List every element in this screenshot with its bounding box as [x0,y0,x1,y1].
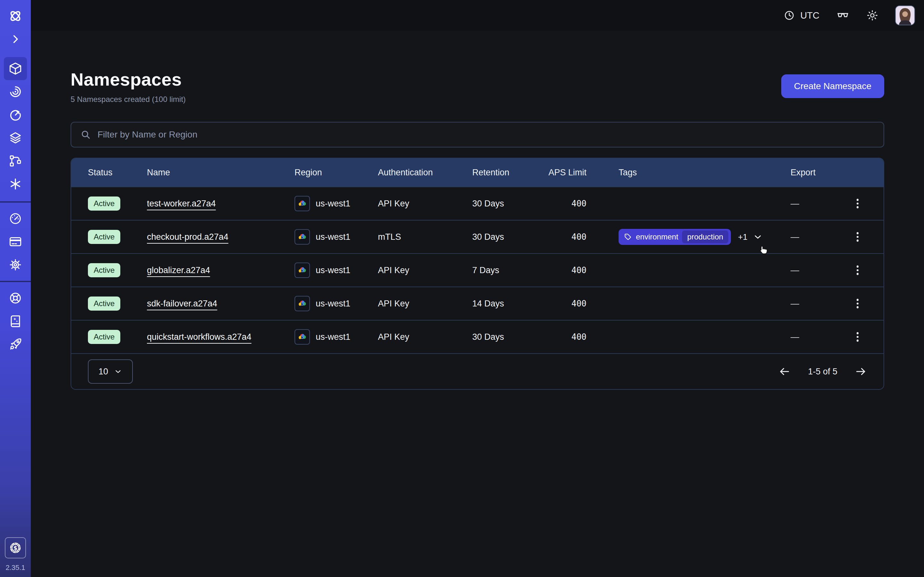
table-footer: 10 1-5 of 5 [71,353,884,389]
region-cell: us-west1 [294,196,378,211]
row-menu-button[interactable] [851,263,864,277]
sidebar-item-getting-started[interactable] [4,333,27,356]
authentication-cell: API Key [378,199,472,209]
sidebar-item-settings[interactable] [4,253,27,276]
glasses-icon [836,9,850,22]
column-header-name: Name [147,168,294,177]
sidebar-item-timers[interactable] [4,103,27,126]
sidebar-item-schedules[interactable] [4,149,27,172]
sidebar-item-workflows[interactable] [4,80,27,103]
retention-cell: 7 Days [472,266,547,276]
user-avatar[interactable] [895,5,915,25]
status-badge: Active [88,330,120,344]
region-cell: us-west1 [294,296,378,311]
tag-value: production [682,230,728,243]
gcp-cloud-icon [294,329,310,345]
column-header-authentication: Authentication [378,168,472,177]
filter-bar [71,122,884,147]
sidebar-divider [0,281,31,282]
tag-icon [624,233,632,241]
page-size-value: 10 [99,367,108,377]
tag-more-count: +1 [738,232,748,242]
theme-toggle-button[interactable] [866,9,879,21]
tag-key: environment [636,232,678,242]
sidebar-divider [0,201,31,203]
region-label: us-west1 [316,299,351,309]
search-icon [80,129,91,140]
sidebar-item-support[interactable] [4,287,27,309]
tags-expand-chevron-icon[interactable] [753,232,763,242]
sidebar-item-deployments[interactable] [4,126,27,149]
region-label: us-west1 [316,332,351,342]
timezone-label: UTC [800,10,819,21]
namespace-link[interactable]: quickstart-workflows.a27a4 [147,332,252,342]
retention-cell: 30 Days [472,232,547,242]
gcp-cloud-icon [294,263,310,278]
timezone-button[interactable]: UTC [783,10,819,21]
credits-icon: $ [8,541,23,555]
region-label: us-west1 [316,199,351,209]
gauge-icon [8,211,23,226]
column-header-export: Export [790,168,832,177]
retention-cell: 14 Days [472,299,547,309]
table-body: Active test-worker.a27a4 us-west1 [71,187,884,353]
namespace-link[interactable]: globalizer.a27a4 [147,266,210,275]
export-cell: — [790,199,832,209]
previous-page-button[interactable] [779,366,790,378]
filter-input[interactable] [97,129,875,140]
sidebar: $ 2.35.1 [0,0,31,577]
row-menu-button[interactable] [851,330,864,344]
row-menu-button[interactable] [851,229,864,244]
sidebar-item-namespaces[interactable] [4,57,27,80]
authentication-cell: API Key [378,266,472,276]
export-cell: — [790,266,832,276]
credit-card-icon [8,235,23,249]
table-row: Active quickstart-workflows.a27a4 us-wes… [71,320,884,353]
region-label: us-west1 [316,266,351,276]
pagination-range: 1-5 of 5 [808,367,837,377]
cube-icon [8,61,23,76]
sun-icon [866,9,879,21]
main-content: Namespaces 5 Namespaces created (100 lim… [31,31,924,577]
export-cell: — [790,232,832,242]
table-row: Active test-worker.a27a4 us-west1 [71,187,884,220]
tag-pill[interactable]: environment production [619,229,731,245]
aps-limit-cell: 400 [572,299,586,308]
row-menu-button[interactable] [851,196,864,211]
namespace-link[interactable]: test-worker.a27a4 [147,199,216,208]
timer-icon [8,108,23,122]
status-badge: Active [88,230,120,244]
branch-icon [8,154,23,168]
sidebar-item-docs[interactable] [4,309,27,333]
asterisk-icon [8,177,23,191]
page-size-select[interactable]: 10 [88,359,133,384]
page-subtitle: 5 Namespaces created (100 limit) [71,95,186,104]
aps-limit-cell: 400 [572,266,586,275]
namespaces-table: StatusNameRegionAuthenticationRetentionA… [71,158,884,390]
sidebar-item-billing[interactable] [4,230,27,253]
sidebar-expand-button[interactable] [4,27,27,51]
reader-mode-button[interactable] [836,9,850,22]
aps-limit-cell: 400 [572,332,586,342]
page-title: Namespaces [71,68,186,91]
aps-limit-cell: 400 [572,232,586,242]
region-cell: us-west1 [294,263,378,278]
namespace-link[interactable]: sdk-failover.a27a4 [147,299,217,308]
row-menu-button[interactable] [851,296,864,311]
aps-limit-cell: 400 [572,199,586,208]
gcp-cloud-icon [294,296,310,311]
gear-icon [8,258,23,272]
create-namespace-button[interactable]: Create Namespace [781,74,884,98]
sidebar-item-nexus[interactable] [4,172,27,195]
region-cell: us-west1 [294,229,378,245]
sidebar-item-usage[interactable] [4,207,27,230]
region-label: us-west1 [316,232,351,242]
status-badge: Active [88,297,120,311]
namespace-link[interactable]: checkout-prod.a27a4 [147,232,228,242]
credits-button[interactable]: $ [5,537,26,558]
temporal-logo-icon [4,5,27,27]
spiral-icon [8,85,23,99]
table-header-row: StatusNameRegionAuthenticationRetentionA… [71,158,884,187]
next-page-button[interactable] [855,366,867,378]
clock-icon [783,10,795,21]
